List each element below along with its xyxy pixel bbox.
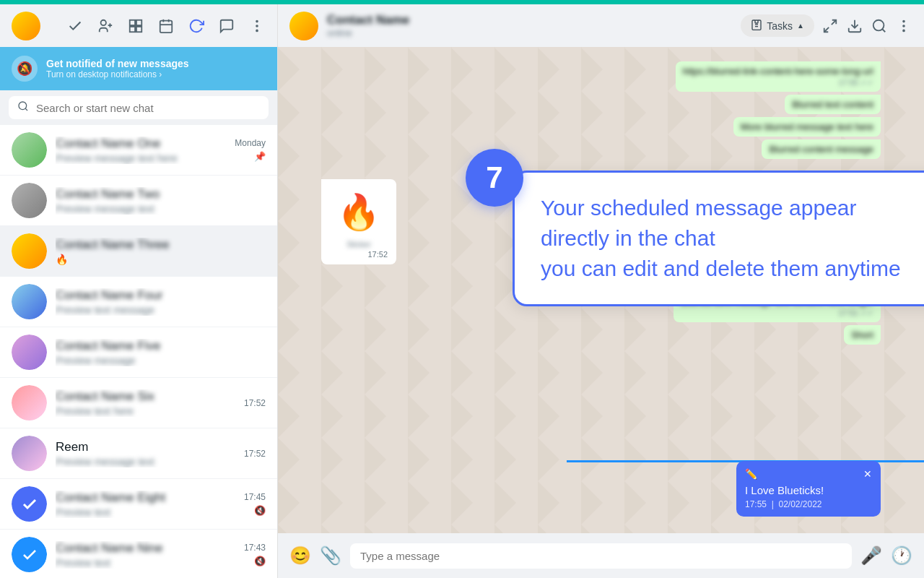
message-input[interactable] (350, 543, 852, 569)
chat-name-5: Contact Name Five (56, 339, 257, 353)
popup-edit-icon[interactable]: ✏️ (745, 468, 757, 480)
msg-bubble-1: https://blurred-link-content-here-some-l… (676, 61, 881, 92)
svg-point-13 (256, 30, 258, 31)
chat-item-4[interactable]: Contact Name Four Preview text message (0, 277, 277, 327)
user-avatar[interactable] (12, 12, 40, 40)
chat-avatar-4 (12, 284, 47, 319)
svg-point-25 (903, 25, 905, 27)
notification-bar[interactable]: 🔕 Get notified of new messages Turn on d… (0, 47, 277, 90)
avatar-circle-1 (12, 132, 47, 168)
chat-name-8: Contact Name Eight (56, 491, 235, 505)
chat-meta-8: 17:45 🔇 (244, 492, 266, 516)
chat-preview-2: Preview message text (56, 203, 257, 215)
svg-line-19 (832, 20, 836, 24)
svg-rect-4 (136, 20, 141, 25)
notification-title: Get notified of new messages (46, 58, 189, 69)
fire-msg-time: 17:52 (330, 250, 388, 259)
msg-text-s5: Blurred sent message text content here l… (681, 296, 873, 307)
chat-name-1: Contact Name One (56, 137, 226, 151)
contact-info: Contact Name online (327, 13, 409, 38)
avatar-circle-2 (12, 183, 47, 218)
chat-item-8[interactable]: Contact Name Eight Preview text 17:45 🔇 (0, 479, 277, 530)
calendar-icon[interactable] (157, 17, 175, 35)
left-header-icons (66, 17, 266, 35)
chat-name-3: Contact Name Three (56, 238, 257, 252)
emoji-picker-icon[interactable]: 😊 (289, 545, 311, 566)
msg-bubble-3: More blurred message text here (733, 117, 881, 137)
chat-info-2: Contact Name Two Preview message text (56, 187, 257, 215)
chat-info-5: Contact Name Five Preview message (56, 339, 257, 366)
fullscreen-icon[interactable] (821, 17, 839, 35)
chat-info-9: Contact Name Nine Preview text (56, 541, 235, 569)
avatar-circle-6 (12, 385, 47, 420)
chat-item-5[interactable]: Contact Name Five Preview message (0, 327, 277, 378)
fire-msg-label: Sticker (330, 240, 388, 249)
chat-item-6[interactable]: Contact Name Six Preview text here 17:52 (0, 378, 277, 428)
right-panel: Contact Name online Tasks ▲ (278, 4, 924, 578)
mute-icon-9: 🔇 (254, 556, 266, 566)
checkmarks-icon[interactable] (66, 17, 84, 35)
spacer-2 (321, 267, 881, 289)
notification-subtitle[interactable]: Turn on desktop notifications › (46, 69, 189, 79)
chat-item-9[interactable]: Contact Name Nine Preview text 17:43 🔇 (0, 530, 277, 578)
left-header (0, 4, 277, 47)
chat-preview-9: Preview text (56, 557, 235, 569)
avatar-circle-4 (12, 284, 47, 319)
chat-info-8: Contact Name Eight Preview text (56, 491, 235, 518)
fire-emoji-preview: 🔥 (56, 254, 68, 265)
right-header: Contact Name online Tasks ▲ (278, 4, 924, 47)
download-icon[interactable] (846, 17, 863, 35)
chat-item-1[interactable]: Contact Name One Preview message text he… (0, 125, 277, 176)
chat-contact-avatar[interactable] (289, 12, 318, 40)
notification-text: Get notified of new messages Turn on des… (46, 58, 189, 79)
chat-name-6: Contact Name Six (56, 389, 235, 404)
refresh-icon[interactable] (188, 17, 205, 35)
left-panel: 🔕 Get notified of new messages Turn on d… (0, 4, 278, 578)
svg-point-11 (256, 20, 258, 22)
chat-item-3[interactable]: Contact Name Three 🔥 (0, 226, 277, 277)
popup-date-value: 02/02/2022 (778, 499, 821, 509)
svg-rect-6 (136, 26, 141, 31)
new-group-icon[interactable] (97, 17, 114, 35)
svg-line-15 (25, 108, 27, 111)
chat-name-2: Contact Name Two (56, 187, 257, 202)
menu-icon[interactable] (248, 17, 266, 35)
svg-rect-7 (160, 20, 173, 32)
chat-avatar-7 (12, 436, 47, 471)
rooms-icon[interactable] (127, 17, 144, 35)
search-input[interactable] (36, 102, 260, 114)
chat-time-8: 17:45 (244, 492, 266, 502)
chat-info-4: Contact Name Four Preview text message (56, 288, 257, 316)
popup-time-value: 17:55 (745, 499, 767, 509)
tasks-button[interactable]: Tasks ▲ (741, 14, 814, 37)
attach-icon[interactable]: 📎 (320, 545, 341, 566)
tasks-chevron-icon: ▲ (797, 22, 804, 30)
msg-wrapper-fire: 🔥 Sticker 17:52 (321, 179, 881, 264)
avatar-circle-7 (12, 436, 47, 471)
popup-close-icon[interactable]: ✕ (863, 468, 872, 480)
chat-preview-8: Preview text (56, 506, 235, 518)
chat-item-2[interactable]: Contact Name Two Preview message text (0, 176, 277, 226)
popup-scheduled-text: I Love Blueticks! (745, 484, 872, 496)
msg-wrapper-s5: Blurred sent message text content here l… (321, 292, 881, 322)
chat-item-7[interactable]: Reem Preview message text 17:52 (0, 428, 277, 479)
chat-name-9: Contact Name Nine (56, 541, 235, 556)
avatar-circle-5 (12, 335, 47, 370)
msg-text-3: More blurred message text here (741, 121, 873, 132)
svg-point-0 (101, 20, 106, 25)
search-input-wrapper (9, 96, 269, 119)
msg-text-1: https://blurred-link-content-here-some-l… (683, 66, 873, 77)
right-header-left: Contact Name online (289, 12, 409, 40)
chat-icon[interactable] (218, 17, 235, 35)
right-header-right: Tasks ▲ (741, 14, 912, 37)
right-menu-icon[interactable] (895, 17, 912, 35)
right-search-icon[interactable] (871, 17, 888, 35)
svg-point-12 (256, 25, 258, 27)
chat-meta-9: 17:43 🔇 (244, 543, 266, 566)
msg-wrapper-1: https://blurred-link-content-here-some-l… (321, 61, 881, 92)
chat-meta-1: Monday 📌 (235, 138, 266, 162)
tasks-label: Tasks (767, 20, 793, 32)
schedule-clock-icon[interactable]: 🕐 (891, 545, 912, 566)
avatar-circle-8 (12, 486, 47, 522)
mic-icon[interactable]: 🎤 (860, 545, 882, 566)
